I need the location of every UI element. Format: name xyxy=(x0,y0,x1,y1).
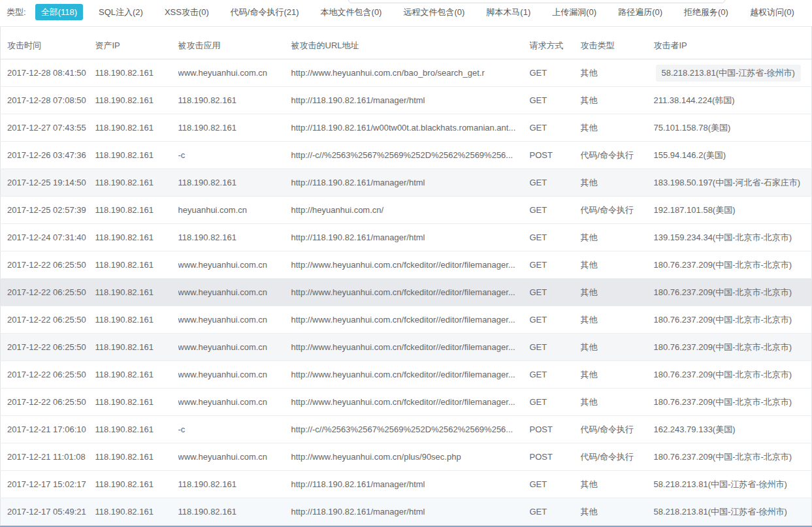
table-row[interactable]: 2017-12-21 17:06:10118.190.82.161-chttp:… xyxy=(1,416,812,443)
filter-tab-4[interactable]: 本地文件包含(0) xyxy=(315,4,388,20)
column-header-request-method: 请求方式 xyxy=(530,27,581,59)
cell-request-method: GET xyxy=(530,498,581,526)
cell-request-method: GET xyxy=(530,251,581,279)
column-header-asset-ip: 资产IP xyxy=(95,27,178,59)
filter-tab-0[interactable]: 全部(118) xyxy=(35,4,83,20)
table-row[interactable]: 2017-12-27 07:43:55118.190.82.161118.190… xyxy=(1,114,812,142)
cell-asset-ip: 118.190.82.161 xyxy=(95,87,178,114)
cell-attacker-ip: 58.218.213.81(中国-江苏省-徐州市) xyxy=(654,498,812,526)
cell-attacker-ip: 180.76.237.209(中国-北京市-北京市) xyxy=(654,389,812,416)
cell-asset-ip: 118.190.82.161 xyxy=(95,197,178,224)
cell-attack-type: 其他 xyxy=(581,279,654,306)
attack-log-table: 攻击时间 资产IP 被攻击应用 被攻击的URL地址 请求方式 攻击类型 攻击者I… xyxy=(0,26,812,526)
cell-attacked-url: http://www.heyuanhui.com.cn/fckeditor//e… xyxy=(291,279,530,306)
cell-attacked-app: -c xyxy=(178,416,291,443)
cell-attack-type: 其他 xyxy=(581,471,654,498)
cell-asset-ip: 118.190.82.161 xyxy=(95,114,178,142)
filter-tab-1[interactable]: SQL注入(2) xyxy=(93,4,149,20)
cell-attack-type: 代码/命令执行 xyxy=(581,142,654,169)
cell-attacked-app: heyuanhui.com.cn xyxy=(178,197,291,224)
table-row[interactable]: 2017-12-17 05:49:21118.190.82.161118.190… xyxy=(1,498,812,526)
table-row[interactable]: 2017-12-22 06:25:50118.190.82.161www.hey… xyxy=(1,361,812,389)
cell-attacked-app: www.heyuanhui.com.cn xyxy=(178,251,291,279)
cell-asset-ip: 118.190.82.161 xyxy=(95,361,178,389)
filter-tab-5[interactable]: 远程文件包含(0) xyxy=(397,4,470,20)
cell-asset-ip: 118.190.82.161 xyxy=(95,389,178,416)
type-filter-tabs: 全部(118)SQL注入(2)XSS攻击(0)代码/命令执行(21)本地文件包含… xyxy=(35,7,812,18)
cell-attack-type: 代码/命令执行 xyxy=(581,197,654,224)
cell-asset-ip: 118.190.82.161 xyxy=(95,142,178,169)
cell-request-method: GET xyxy=(530,114,581,142)
filter-tab-3[interactable]: 代码/命令执行(21) xyxy=(225,4,305,20)
cell-attacker-ip: 180.76.237.209(中国-北京市-北京市) xyxy=(654,306,812,334)
cell-attacker-ip: 192.187.101.58(美国) xyxy=(654,197,812,224)
table-row[interactable]: 2017-12-22 06:25:50118.190.82.161www.hey… xyxy=(1,334,812,361)
attack-log-page: 类型: 全部(118)SQL注入(2)XSS攻击(0)代码/命令执行(21)本地… xyxy=(0,0,812,527)
cell-attacker-ip: 183.198.50.197(中国-河北省-石家庄市) xyxy=(654,169,812,197)
cell-attack-type: 其他 xyxy=(581,87,654,114)
attacker-ip-highlight: 58.218.213.81(中国-江苏省-徐州市) xyxy=(656,65,801,82)
table-row[interactable]: 2017-12-28 08:41:50118.190.82.161www.hey… xyxy=(1,59,812,87)
cell-asset-ip: 118.190.82.161 xyxy=(95,443,178,471)
cell-attack-type: 其他 xyxy=(581,114,654,142)
cell-attacked-url: http://www.heyuanhui.com.cn/fckeditor//e… xyxy=(291,389,530,416)
cell-attacker-ip: 180.76.237.209(中国-北京市-北京市) xyxy=(654,251,812,279)
cell-asset-ip: 118.190.82.161 xyxy=(95,224,178,251)
cell-attacked-app: 118.190.82.161 xyxy=(178,471,291,498)
table-row[interactable]: 2017-12-26 03:47:36118.190.82.161-chttp:… xyxy=(1,142,812,169)
table-row[interactable]: 2017-12-22 06:25:50118.190.82.161www.hey… xyxy=(1,251,812,279)
cell-attack-time: 2017-12-26 03:47:36 xyxy=(1,142,95,169)
table-row[interactable]: 2017-12-28 07:08:50118.190.82.161118.190… xyxy=(1,87,812,114)
cell-attacked-url: http://www.heyuanhui.com.cn/plus/90sec.p… xyxy=(291,443,530,471)
cell-asset-ip: 118.190.82.161 xyxy=(95,279,178,306)
filter-tab-2[interactable]: XSS攻击(0) xyxy=(159,4,215,20)
cell-attack-type: 其他 xyxy=(581,334,654,361)
cell-asset-ip: 118.190.82.161 xyxy=(95,306,178,334)
cell-attack-time: 2017-12-22 06:25:50 xyxy=(1,251,95,279)
attack-log-table-wrap: 攻击时间 资产IP 被攻击应用 被攻击的URL地址 请求方式 攻击类型 攻击者I… xyxy=(0,26,812,526)
table-row[interactable]: 2017-12-17 15:02:17118.190.82.161118.190… xyxy=(1,471,812,498)
cell-attack-type: 其他 xyxy=(581,59,654,87)
cell-attacker-ip: 75.101.158.78(美国) xyxy=(654,114,812,142)
cell-request-method: GET xyxy=(530,87,581,114)
filter-tab-7[interactable]: 上传漏洞(0) xyxy=(546,4,602,20)
column-header-attack-type: 攻击类型 xyxy=(581,27,654,59)
cell-attacked-app: -c xyxy=(178,142,291,169)
cell-request-method: GET xyxy=(530,169,581,197)
cell-request-method: GET xyxy=(530,471,581,498)
cell-attacked-url: http://118.190.82.161/manager/html xyxy=(291,471,530,498)
cell-attacked-app: www.heyuanhui.com.cn xyxy=(178,389,291,416)
cell-request-method: GET xyxy=(530,389,581,416)
cell-attack-type: 其他 xyxy=(581,169,654,197)
cell-asset-ip: 118.190.82.161 xyxy=(95,498,178,526)
cell-attacker-ip: 180.76.237.209(中国-北京市-北京市) xyxy=(654,334,812,361)
table-row[interactable]: 2017-12-22 06:25:50118.190.82.161www.hey… xyxy=(1,389,812,416)
table-row[interactable]: 2017-12-22 06:25:50118.190.82.161www.hey… xyxy=(1,306,812,334)
column-header-attacker-ip: 攻击者IP xyxy=(654,27,812,59)
cell-attacked-app: www.heyuanhui.com.cn xyxy=(178,306,291,334)
type-filter-label: 类型: xyxy=(7,7,26,18)
cell-attack-time: 2017-12-22 06:25:50 xyxy=(1,279,95,306)
cell-attack-type: 其他 xyxy=(581,361,654,389)
cell-request-method: GET xyxy=(530,361,581,389)
cell-attacker-ip: 162.243.79.133(美国) xyxy=(654,416,812,443)
table-row[interactable]: 2017-12-24 07:31:40118.190.82.161118.190… xyxy=(1,224,812,251)
cell-attacker-ip: 58.218.213.81(中国-江苏省-徐州市) xyxy=(654,59,812,87)
filter-tab-6[interactable]: 脚本木马(1) xyxy=(480,4,536,20)
cell-attacker-ip: 211.38.144.224(韩国) xyxy=(654,87,812,114)
filter-tab-8[interactable]: 路径遍历(0) xyxy=(612,4,668,20)
table-row[interactable]: 2017-12-25 02:57:39118.190.82.161heyuanh… xyxy=(1,197,812,224)
table-row[interactable]: 2017-12-25 19:14:50118.190.82.161118.190… xyxy=(1,169,812,197)
table-row[interactable]: 2017-12-22 06:25:50118.190.82.161www.hey… xyxy=(1,279,812,306)
filter-tab-10[interactable]: 越权访问(0) xyxy=(744,4,800,20)
table-row[interactable]: 2017-12-21 11:01:08118.190.82.161www.hey… xyxy=(1,443,812,471)
filter-tab-9[interactable]: 拒绝服务(0) xyxy=(678,4,734,20)
cell-attack-time: 2017-12-24 07:31:40 xyxy=(1,224,95,251)
cell-asset-ip: 118.190.82.161 xyxy=(95,169,178,197)
cell-attack-time: 2017-12-25 02:57:39 xyxy=(1,197,95,224)
cell-attack-time: 2017-12-28 08:41:50 xyxy=(1,59,95,87)
cell-attack-type: 其他 xyxy=(581,389,654,416)
cell-attacked-url: http://www.heyuanhui.com.cn/fckeditor//e… xyxy=(291,361,530,389)
cell-attacked-url: http://118.190.82.161/manager/html xyxy=(291,224,530,251)
cell-attacked-url: http://118.190.82.161/w00tw00t.at.blackh… xyxy=(291,114,530,142)
